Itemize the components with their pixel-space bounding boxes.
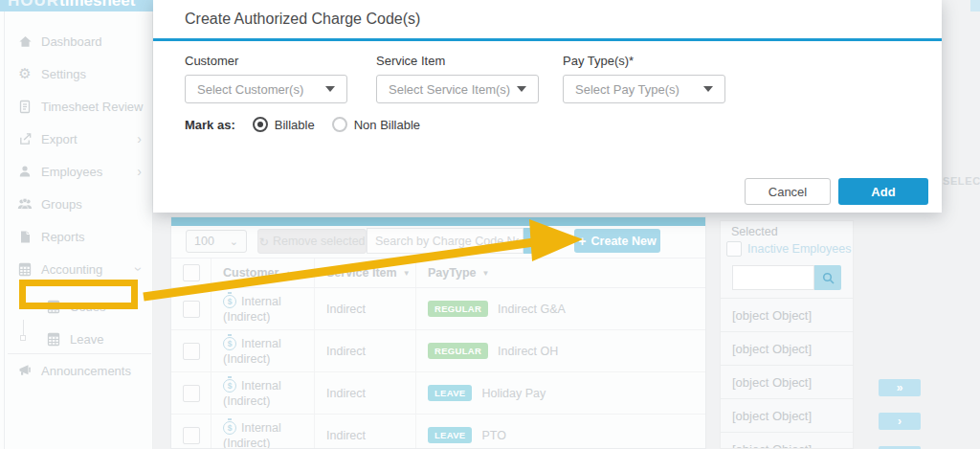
sidebar-item-announcements[interactable]: Announcements bbox=[0, 354, 153, 387]
pay-type-label: Pay Type(s)* bbox=[563, 54, 725, 68]
service-item-label: Service Item bbox=[376, 54, 539, 68]
billable-radio[interactable]: Billable bbox=[253, 117, 315, 132]
modal-title: Create Authorized Charge Code(s) bbox=[185, 11, 420, 28]
table-row[interactable]: $ Internal (Indirect) Indirect REGULAR I… bbox=[171, 330, 705, 372]
search-button[interactable] bbox=[523, 228, 551, 254]
sidebar-item-label: Codes bbox=[70, 300, 106, 314]
table-row[interactable]: $ Internal (Indirect) Indirect LEAVE PTO bbox=[171, 415, 705, 449]
radio-icon bbox=[332, 117, 347, 132]
employee-search-button[interactable] bbox=[814, 265, 841, 290]
dropdown-caret-icon bbox=[703, 86, 713, 92]
row-checkbox[interactable] bbox=[183, 385, 200, 402]
customer-cell: $ Internal (Indirect) bbox=[212, 415, 315, 449]
service-item-select[interactable]: Select Service Item(s) bbox=[376, 75, 539, 103]
selected-employees-heading-cutoff: SELECT bbox=[943, 175, 980, 187]
panel-header-strip bbox=[171, 217, 705, 226]
service-item-cell: Indirect bbox=[315, 372, 416, 414]
customer-name: Internal bbox=[241, 379, 281, 393]
dropdown-caret-icon bbox=[517, 86, 526, 92]
home-icon bbox=[17, 34, 33, 49]
employee-search-input[interactable] bbox=[732, 265, 814, 290]
double-chevron-right-icon: » bbox=[897, 381, 903, 394]
move-all-right-button[interactable]: » bbox=[879, 379, 921, 396]
employees-panel: Selected Inactive Employees [object Obje… bbox=[720, 220, 854, 449]
search-icon bbox=[531, 235, 544, 247]
charge-codes-panel: 100 ⌄ ↻ Remove selected + Create New bbox=[170, 216, 706, 449]
sidebar-item-label: Export bbox=[41, 132, 78, 146]
sidebar-item-dashboard[interactable]: Dashboard bbox=[0, 25, 153, 57]
employee-name: [object Object] bbox=[732, 442, 812, 449]
sidebar-item-settings[interactable]: ⚙ Settings bbox=[0, 57, 153, 90]
sidebar-item-timesheet-review[interactable]: Timesheet Review bbox=[0, 90, 153, 123]
logo-hour: HOUR bbox=[8, 0, 59, 10]
sidebar-item-export[interactable]: Export › bbox=[0, 123, 153, 155]
select-all-checkbox[interactable] bbox=[183, 264, 200, 281]
sidebar-item-reports[interactable]: Reports bbox=[0, 220, 153, 253]
app-window: 100 ⌄ ↻ Remove selected + Create New bbox=[0, 0, 980, 449]
customer-select[interactable]: Select Customer(s) bbox=[185, 75, 347, 103]
paytype-name: PTO bbox=[481, 429, 505, 442]
search-charge-code-input[interactable] bbox=[367, 228, 523, 254]
customer-name: Internal bbox=[241, 295, 281, 308]
sidebar-item-employees[interactable]: Employees › bbox=[0, 155, 153, 188]
create-new-label: Create New bbox=[591, 235, 657, 248]
inactive-employees-label: Inactive Employees bbox=[747, 242, 851, 256]
report-file-icon bbox=[17, 229, 33, 244]
timer-dollar-icon: $ bbox=[223, 379, 236, 393]
add-button[interactable]: Add bbox=[838, 178, 928, 205]
chevron-right-icon: › bbox=[898, 415, 902, 428]
service-item-select-value: Select Service Item(s) bbox=[389, 82, 510, 97]
header-paytype-label: PayType bbox=[428, 266, 477, 280]
cancel-button[interactable]: Cancel bbox=[745, 178, 831, 205]
sidebar-item-label: Announcements bbox=[41, 364, 131, 378]
chevron-right-icon: › bbox=[137, 132, 142, 146]
page-size-select[interactable]: 100 ⌄ bbox=[186, 230, 247, 253]
header-customer-label: Customer bbox=[223, 266, 278, 280]
employee-name: [object Object] bbox=[732, 375, 812, 390]
sidebar-item-codes[interactable]: Codes bbox=[0, 293, 153, 320]
sidebar-item-groups[interactable]: Groups bbox=[0, 188, 153, 220]
table-row[interactable]: $ Internal (Indirect) Indirect LEAVE Hol… bbox=[171, 372, 705, 415]
service-item-value: Indirect bbox=[326, 303, 366, 316]
app-logo[interactable]: HOURtimesheet bbox=[8, 0, 135, 11]
customer-name: Internal bbox=[241, 421, 281, 435]
row-checkbox[interactable] bbox=[183, 427, 200, 444]
pay-type-field: Pay Type(s)* Select Pay Type(s) bbox=[563, 54, 725, 103]
sidebar-item-label: Reports bbox=[41, 230, 85, 244]
row-checkbox[interactable] bbox=[183, 343, 200, 360]
modal-title-underline bbox=[153, 38, 942, 41]
employee-list-item[interactable]: [object Object] bbox=[721, 298, 853, 331]
app-header: HOURtimesheet bbox=[0, 0, 153, 11]
employee-list-item[interactable]: [object Object] bbox=[721, 432, 853, 449]
paytype-name: Indirect G&A bbox=[498, 303, 566, 316]
timer-dollar-icon: $ bbox=[223, 421, 236, 435]
customer-name-secondary: (Indirect) bbox=[223, 437, 270, 449]
pay-type-select[interactable]: Select Pay Type(s) bbox=[563, 75, 725, 103]
sidebar-item-leave[interactable]: Leave bbox=[0, 326, 153, 352]
header-paytype[interactable]: PayType ▼ bbox=[416, 258, 705, 287]
create-new-button[interactable]: + Create New bbox=[574, 229, 660, 253]
header-service-item[interactable]: Service Item ▼ bbox=[315, 258, 416, 287]
search-icon bbox=[822, 272, 835, 284]
service-item-cell: Indirect bbox=[315, 415, 416, 449]
employee-list-item[interactable]: [object Object] bbox=[721, 398, 853, 432]
sidebar-nav: Dashboard ⚙ Settings Timesheet Review Ex… bbox=[0, 11, 153, 449]
sidebar-item-label: Groups bbox=[41, 197, 82, 212]
move-right-button[interactable]: › bbox=[879, 413, 921, 430]
sidebar-item-accounting[interactable]: Accounting › bbox=[0, 253, 153, 285]
plus-icon: + bbox=[578, 234, 586, 249]
sidebar-item-label: Employees bbox=[41, 165, 102, 179]
megaphone-icon bbox=[17, 363, 33, 378]
inactive-employees-checkbox[interactable] bbox=[726, 241, 742, 257]
non-billable-radio[interactable]: Non Billable bbox=[332, 117, 420, 132]
paytype-badge: LEAVE bbox=[428, 385, 472, 401]
header-customer[interactable]: Customer ▲ bbox=[212, 258, 315, 287]
row-checkbox[interactable] bbox=[183, 301, 200, 318]
paytype-cell: REGULAR Indirect OH bbox=[416, 330, 705, 371]
remove-selected-button[interactable]: ↻ Remove selected bbox=[257, 229, 367, 254]
table-row[interactable]: $ Internal (Indirect) Indirect REGULAR I… bbox=[171, 288, 705, 330]
mark-as-label: Mark as: bbox=[185, 118, 235, 132]
employee-list-item[interactable]: [object Object] bbox=[721, 365, 853, 398]
create-charge-code-modal: Create Authorized Charge Code(s) Custome… bbox=[153, 0, 942, 213]
employee-list-item[interactable]: [object Object] bbox=[721, 331, 853, 365]
